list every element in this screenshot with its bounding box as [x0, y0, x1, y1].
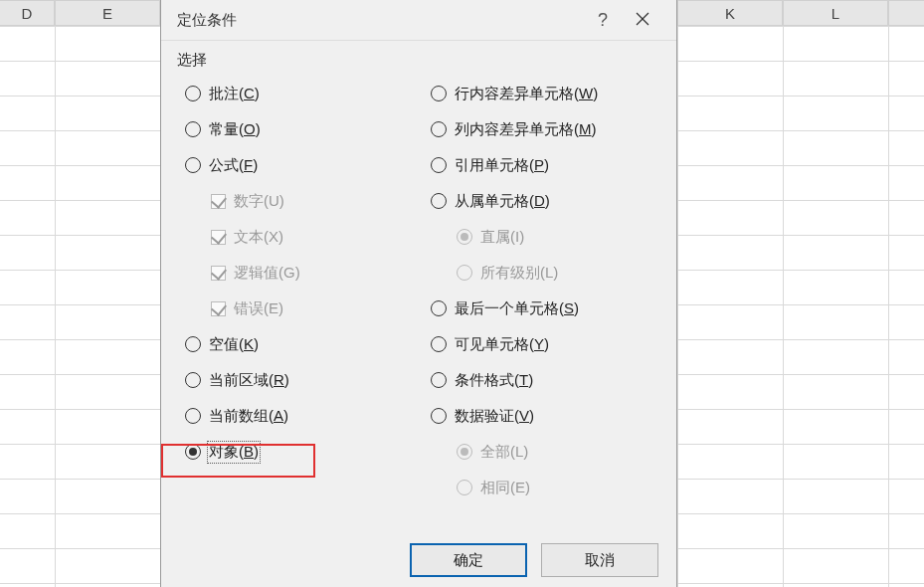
dialog-titlebar: 定位条件 ? [161, 0, 676, 40]
option-label: 条件格式(T) [455, 371, 533, 390]
option-label: 数据验证(V) [455, 407, 534, 426]
option-all: 全部(L) [423, 434, 660, 470]
radio-icon [185, 444, 201, 460]
option-label: 引用单元格(P) [455, 156, 549, 175]
option-visible-cells[interactable]: 可见单元格(Y) [423, 326, 660, 362]
option-objects[interactable]: 对象(B) [177, 434, 415, 470]
options-left-column: 批注(C) 常量(O) 公式(F) 数字(U) 文本(X) 逻辑值(G) [177, 76, 415, 505]
option-label: 直属(I) [480, 228, 524, 247]
option-precedents[interactable]: 引用单元格(P) [423, 147, 660, 183]
option-label: 行内容差异单元格(W) [455, 85, 598, 103]
section-label-select: 选择 [161, 40, 676, 76]
option-label: 全部(L) [480, 443, 528, 462]
checkbox-icon [211, 230, 226, 245]
col-header-empty[interactable] [888, 0, 924, 26]
option-numbers: 数字(U) [177, 183, 415, 219]
col-header-l[interactable]: L [783, 0, 888, 26]
radio-icon [431, 408, 447, 424]
option-label: 常量(O) [209, 120, 261, 139]
option-row-diff[interactable]: 行内容差异单元格(W) [423, 76, 660, 111]
cancel-button[interactable]: 取消 [541, 543, 658, 577]
col-header-k[interactable]: K [677, 0, 783, 26]
option-label: 可见单元格(Y) [455, 335, 549, 354]
dialog-title: 定位条件 [177, 11, 583, 30]
option-data-validation[interactable]: 数据验证(V) [423, 398, 660, 434]
option-logicals: 逻辑值(G) [177, 255, 415, 291]
option-formulas[interactable]: 公式(F) [177, 147, 415, 183]
checkbox-icon [211, 301, 226, 316]
option-label: 错误(E) [234, 299, 283, 318]
checkbox-icon [211, 266, 226, 281]
option-current-region[interactable]: 当前区域(R) [177, 362, 415, 398]
option-direct-only: 直属(I) [423, 219, 660, 255]
col-header-e[interactable]: E [55, 0, 160, 26]
radio-icon [185, 336, 201, 352]
option-label: 所有级别(L) [480, 264, 558, 283]
radio-icon [185, 157, 201, 173]
option-cond-format[interactable]: 条件格式(T) [423, 362, 660, 398]
option-label: 对象(B) [209, 443, 259, 462]
goto-special-dialog: 定位条件 ? 选择 批注(C) 常量(O) 公式(F) 数字(U) [160, 0, 677, 587]
option-blanks[interactable]: 空值(K) [177, 326, 415, 362]
checkbox-icon [211, 194, 226, 209]
option-label: 最后一个单元格(S) [455, 299, 579, 318]
option-label: 当前区域(R) [209, 371, 289, 390]
option-dependents[interactable]: 从属单元格(D) [423, 183, 660, 219]
ok-button[interactable]: 确定 [410, 543, 527, 577]
option-comments[interactable]: 批注(C) [177, 76, 415, 111]
option-label: 批注(C) [209, 85, 260, 103]
option-errors: 错误(E) [177, 291, 415, 326]
option-constants[interactable]: 常量(O) [177, 111, 415, 147]
radio-icon [431, 86, 447, 101]
radio-icon [431, 121, 447, 137]
option-label: 数字(U) [234, 192, 284, 211]
radio-icon [431, 300, 447, 316]
dialog-buttons: 确定 取消 [410, 543, 658, 577]
radio-icon [185, 408, 201, 424]
options-right-column: 行内容差异单元格(W) 列内容差异单元格(M) 引用单元格(P) 从属单元格(D… [423, 76, 660, 505]
radio-icon [457, 265, 472, 281]
radio-icon [431, 157, 447, 173]
option-same: 相同(E) [423, 470, 660, 505]
option-text: 文本(X) [177, 219, 415, 255]
option-label: 空值(K) [209, 335, 259, 354]
radio-icon [185, 372, 201, 388]
help-button[interactable]: ? [583, 10, 623, 31]
radio-icon [185, 86, 201, 101]
option-label: 文本(X) [234, 228, 283, 247]
radio-icon [457, 229, 472, 245]
option-label: 相同(E) [480, 479, 530, 497]
option-label: 当前数组(A) [209, 407, 288, 426]
radio-icon [431, 372, 447, 388]
radio-icon [431, 193, 447, 209]
close-button[interactable] [623, 10, 662, 31]
close-icon [636, 12, 649, 26]
option-label: 逻辑值(G) [234, 264, 300, 283]
option-label: 从属单元格(D) [455, 192, 550, 211]
radio-icon [457, 480, 472, 495]
option-last-cell[interactable]: 最后一个单元格(S) [423, 291, 660, 326]
option-current-array[interactable]: 当前数组(A) [177, 398, 415, 434]
option-label: 列内容差异单元格(M) [455, 120, 597, 139]
option-all-levels: 所有级别(L) [423, 255, 660, 291]
option-col-diff[interactable]: 列内容差异单元格(M) [423, 111, 660, 147]
radio-icon [457, 444, 472, 460]
radio-icon [185, 121, 201, 137]
option-label: 公式(F) [209, 156, 258, 175]
col-header-d[interactable]: D [0, 0, 55, 26]
radio-icon [431, 336, 447, 352]
